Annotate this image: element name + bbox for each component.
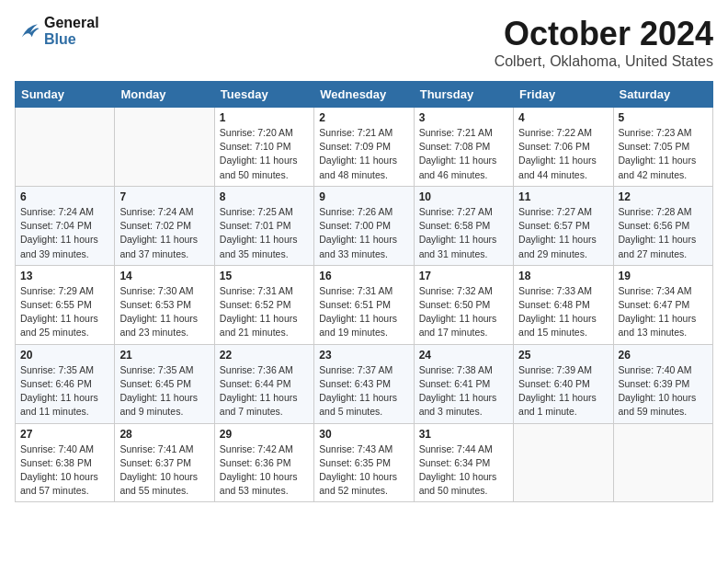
calendar-cell: 5Sunrise: 7:23 AM Sunset: 7:05 PM Daylig… [613, 108, 712, 187]
day-number: 28 [119, 428, 209, 441]
day-info: Sunrise: 7:27 AM Sunset: 6:57 PM Dayligh… [518, 205, 608, 261]
week-row-1: 1Sunrise: 7:20 AM Sunset: 7:10 PM Daylig… [16, 108, 713, 187]
location-title: Colbert, Oklahoma, United States [495, 53, 713, 70]
calendar-cell: 8Sunrise: 7:25 AM Sunset: 7:01 PM Daylig… [214, 186, 313, 265]
day-info: Sunrise: 7:24 AM Sunset: 7:04 PM Dayligh… [20, 205, 109, 261]
calendar-cell: 31Sunrise: 7:44 AM Sunset: 6:34 PM Dayli… [414, 423, 513, 502]
calendar-cell: 12Sunrise: 7:28 AM Sunset: 6:56 PM Dayli… [613, 186, 712, 265]
calendar-cell: 6Sunrise: 7:24 AM Sunset: 7:04 PM Daylig… [16, 186, 115, 265]
day-number: 12 [619, 190, 708, 203]
day-info: Sunrise: 7:28 AM Sunset: 6:56 PM Dayligh… [619, 205, 708, 261]
calendar-cell: 30Sunrise: 7:43 AM Sunset: 6:35 PM Dayli… [314, 423, 414, 502]
month-title: October 2024 [495, 15, 713, 53]
day-number: 30 [319, 428, 408, 441]
day-info: Sunrise: 7:30 AM Sunset: 6:53 PM Dayligh… [119, 284, 209, 340]
day-info: Sunrise: 7:22 AM Sunset: 7:06 PM Dayligh… [518, 126, 608, 182]
day-number: 15 [220, 270, 309, 282]
day-info: Sunrise: 7:35 AM Sunset: 6:46 PM Dayligh… [20, 363, 109, 419]
calendar-cell: 13Sunrise: 7:29 AM Sunset: 6:55 PM Dayli… [16, 265, 115, 344]
day-number: 16 [319, 270, 408, 282]
day-number: 22 [220, 349, 309, 362]
day-info: Sunrise: 7:39 AM Sunset: 6:40 PM Dayligh… [518, 363, 608, 419]
day-number: 5 [619, 111, 708, 124]
day-info: Sunrise: 7:32 AM Sunset: 6:50 PM Dayligh… [419, 284, 508, 340]
calendar-cell: 24Sunrise: 7:38 AM Sunset: 6:41 PM Dayli… [414, 344, 513, 423]
calendar-cell: 23Sunrise: 7:37 AM Sunset: 6:43 PM Dayli… [314, 344, 414, 423]
logo-icon [15, 18, 40, 44]
day-number: 13 [20, 270, 109, 282]
calendar-cell [514, 423, 613, 502]
calendar-cell: 9Sunrise: 7:26 AM Sunset: 7:00 PM Daylig… [314, 186, 414, 265]
day-info: Sunrise: 7:26 AM Sunset: 7:00 PM Dayligh… [319, 205, 408, 261]
week-row-3: 13Sunrise: 7:29 AM Sunset: 6:55 PM Dayli… [16, 265, 713, 344]
day-header-sunday: Sunday [16, 82, 115, 108]
day-info: Sunrise: 7:25 AM Sunset: 7:01 PM Dayligh… [220, 205, 309, 261]
day-header-saturday: Saturday [613, 82, 712, 108]
day-number: 6 [20, 190, 109, 203]
calendar-cell: 22Sunrise: 7:36 AM Sunset: 6:44 PM Dayli… [214, 344, 313, 423]
calendar-cell: 10Sunrise: 7:27 AM Sunset: 6:58 PM Dayli… [414, 186, 513, 265]
day-info: Sunrise: 7:21 AM Sunset: 7:09 PM Dayligh… [319, 126, 408, 182]
day-number: 7 [119, 190, 209, 203]
day-info: Sunrise: 7:40 AM Sunset: 6:38 PM Dayligh… [20, 442, 109, 499]
day-number: 2 [319, 111, 408, 124]
header: General Blue October 2024 Colbert, Oklah… [15, 15, 713, 70]
week-row-5: 27Sunrise: 7:40 AM Sunset: 6:38 PM Dayli… [16, 423, 713, 502]
day-number: 4 [518, 111, 608, 124]
calendar-cell: 17Sunrise: 7:32 AM Sunset: 6:50 PM Dayli… [414, 265, 513, 344]
calendar-cell: 29Sunrise: 7:42 AM Sunset: 6:36 PM Dayli… [214, 423, 313, 502]
calendar-cell: 21Sunrise: 7:35 AM Sunset: 6:45 PM Dayli… [115, 344, 214, 423]
day-number: 8 [220, 190, 309, 203]
day-number: 14 [119, 270, 209, 282]
day-info: Sunrise: 7:23 AM Sunset: 7:05 PM Dayligh… [619, 126, 708, 182]
day-info: Sunrise: 7:41 AM Sunset: 6:37 PM Dayligh… [119, 442, 209, 499]
title-section: October 2024 Colbert, Oklahoma, United S… [495, 15, 713, 70]
day-header-thursday: Thursday [414, 82, 513, 108]
calendar-cell: 4Sunrise: 7:22 AM Sunset: 7:06 PM Daylig… [514, 108, 613, 187]
day-number: 3 [419, 111, 508, 124]
day-header-tuesday: Tuesday [214, 82, 313, 108]
calendar-cell: 2Sunrise: 7:21 AM Sunset: 7:09 PM Daylig… [314, 108, 414, 187]
calendar-cell: 28Sunrise: 7:41 AM Sunset: 6:37 PM Dayli… [115, 423, 214, 502]
calendar-cell: 3Sunrise: 7:21 AM Sunset: 7:08 PM Daylig… [414, 108, 513, 187]
day-info: Sunrise: 7:27 AM Sunset: 6:58 PM Dayligh… [419, 205, 508, 261]
calendar-cell: 7Sunrise: 7:24 AM Sunset: 7:02 PM Daylig… [115, 186, 214, 265]
day-info: Sunrise: 7:31 AM Sunset: 6:51 PM Dayligh… [319, 284, 408, 340]
day-info: Sunrise: 7:20 AM Sunset: 7:10 PM Dayligh… [220, 126, 309, 182]
day-info: Sunrise: 7:21 AM Sunset: 7:08 PM Dayligh… [419, 126, 508, 182]
calendar-cell: 18Sunrise: 7:33 AM Sunset: 6:48 PM Dayli… [514, 265, 613, 344]
day-number: 21 [119, 349, 209, 362]
day-number: 9 [319, 190, 408, 203]
day-header-friday: Friday [514, 82, 613, 108]
day-number: 17 [419, 270, 508, 282]
calendar-table: SundayMondayTuesdayWednesdayThursdayFrid… [15, 81, 713, 502]
day-info: Sunrise: 7:24 AM Sunset: 7:02 PM Dayligh… [119, 205, 209, 261]
day-number: 31 [419, 428, 508, 441]
day-info: Sunrise: 7:33 AM Sunset: 6:48 PM Dayligh… [518, 284, 608, 340]
calendar-cell: 20Sunrise: 7:35 AM Sunset: 6:46 PM Dayli… [16, 344, 115, 423]
day-number: 27 [20, 428, 109, 441]
day-number: 24 [419, 349, 508, 362]
day-number: 19 [619, 270, 708, 282]
day-info: Sunrise: 7:40 AM Sunset: 6:39 PM Dayligh… [619, 363, 708, 419]
header-row: SundayMondayTuesdayWednesdayThursdayFrid… [16, 82, 713, 108]
day-number: 26 [619, 349, 708, 362]
day-info: Sunrise: 7:29 AM Sunset: 6:55 PM Dayligh… [20, 284, 109, 340]
calendar-cell: 19Sunrise: 7:34 AM Sunset: 6:47 PM Dayli… [613, 265, 712, 344]
calendar-cell: 26Sunrise: 7:40 AM Sunset: 6:39 PM Dayli… [613, 344, 712, 423]
calendar-cell: 14Sunrise: 7:30 AM Sunset: 6:53 PM Dayli… [115, 265, 214, 344]
day-number: 10 [419, 190, 508, 203]
calendar-cell: 27Sunrise: 7:40 AM Sunset: 6:38 PM Dayli… [16, 423, 115, 502]
calendar-cell [16, 108, 115, 187]
day-info: Sunrise: 7:43 AM Sunset: 6:35 PM Dayligh… [319, 442, 408, 499]
calendar-cell: 11Sunrise: 7:27 AM Sunset: 6:57 PM Dayli… [514, 186, 613, 265]
calendar-cell [115, 108, 214, 187]
day-info: Sunrise: 7:38 AM Sunset: 6:41 PM Dayligh… [419, 363, 508, 419]
day-info: Sunrise: 7:35 AM Sunset: 6:45 PM Dayligh… [119, 363, 209, 419]
day-info: Sunrise: 7:37 AM Sunset: 6:43 PM Dayligh… [319, 363, 408, 419]
day-number: 25 [518, 349, 608, 362]
day-number: 20 [20, 349, 109, 362]
day-number: 23 [319, 349, 408, 362]
day-header-wednesday: Wednesday [314, 82, 414, 108]
calendar-cell [613, 423, 712, 502]
